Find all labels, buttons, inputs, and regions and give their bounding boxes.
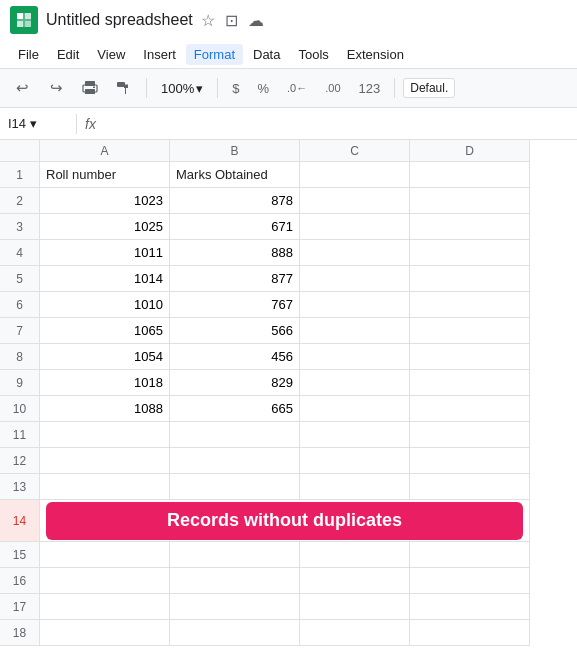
row-num-18[interactable]: 18 [0,620,40,646]
cell-c2[interactable] [300,188,410,214]
cell-d4[interactable] [410,240,530,266]
cell-a8[interactable]: 1054 [40,344,170,370]
cell-b3[interactable]: 671 [170,214,300,240]
cell-b16[interactable] [170,568,300,594]
default-format-button[interactable]: Defaul. [403,78,455,98]
cell-c18[interactable] [300,620,410,646]
redo-button[interactable]: ↪ [42,74,70,102]
cell-a16[interactable] [40,568,170,594]
row-num-17[interactable]: 17 [0,594,40,620]
cell-c7[interactable] [300,318,410,344]
cell-c8[interactable] [300,344,410,370]
row-num-8[interactable]: 8 [0,344,40,370]
cell-c5[interactable] [300,266,410,292]
row-num-6[interactable]: 6 [0,292,40,318]
cell-c17[interactable] [300,594,410,620]
cell-a11[interactable] [40,422,170,448]
row-num-2[interactable]: 2 [0,188,40,214]
cell-c1[interactable] [300,162,410,188]
cell-reference[interactable]: I14 ▾ [8,116,68,131]
cell-d17[interactable] [410,594,530,620]
cell-d9[interactable] [410,370,530,396]
cell-b5[interactable]: 877 [170,266,300,292]
cell-a4[interactable]: 1011 [40,240,170,266]
dec-decimals-button[interactable]: .0← [281,80,313,96]
cell-b10[interactable]: 665 [170,396,300,422]
cell-b4[interactable]: 888 [170,240,300,266]
cell-d7[interactable] [410,318,530,344]
cell-c12[interactable] [300,448,410,474]
cell-b15[interactable] [170,542,300,568]
currency-button[interactable]: $ [226,79,245,98]
cell-a18[interactable] [40,620,170,646]
row-num-10[interactable]: 10 [0,396,40,422]
cell-b11[interactable] [170,422,300,448]
inc-decimals-button[interactable]: .00 [319,80,346,96]
zoom-control[interactable]: 100% ▾ [155,79,209,98]
cell-b9[interactable]: 829 [170,370,300,396]
cell-a3[interactable]: 1025 [40,214,170,240]
menu-insert[interactable]: Insert [135,44,184,65]
cell-b13[interactable] [170,474,300,500]
cell-d1[interactable] [410,162,530,188]
cell-a17[interactable] [40,594,170,620]
cell-a2[interactable]: 1023 [40,188,170,214]
col-header-a[interactable]: A [40,140,170,162]
number-format-button[interactable]: 123 [353,79,387,98]
cell-a1[interactable]: Roll number [40,162,170,188]
cell-b6[interactable]: 767 [170,292,300,318]
cell-d11[interactable] [410,422,530,448]
cell-a15[interactable] [40,542,170,568]
star-icon[interactable]: ☆ [201,11,215,30]
cell-d13[interactable] [410,474,530,500]
cell-b17[interactable] [170,594,300,620]
cell-d16[interactable] [410,568,530,594]
row-num-12[interactable]: 12 [0,448,40,474]
cell-b1[interactable]: Marks Obtained [170,162,300,188]
cell-d15[interactable] [410,542,530,568]
menu-data[interactable]: Data [245,44,288,65]
row-num-16[interactable]: 16 [0,568,40,594]
cell-b2[interactable]: 878 [170,188,300,214]
cell-c10[interactable] [300,396,410,422]
row-num-3[interactable]: 3 [0,214,40,240]
menu-file[interactable]: File [10,44,47,65]
row-num-11[interactable]: 11 [0,422,40,448]
cell-d2[interactable] [410,188,530,214]
row-num-9[interactable]: 9 [0,370,40,396]
cell-a10[interactable]: 1088 [40,396,170,422]
menu-format[interactable]: Format [186,44,243,65]
cell-c4[interactable] [300,240,410,266]
undo-button[interactable]: ↩ [8,74,36,102]
cell-d3[interactable] [410,214,530,240]
menu-edit[interactable]: Edit [49,44,87,65]
cell-d10[interactable] [410,396,530,422]
col-header-d[interactable]: D [410,140,530,162]
cell-ref-dropdown[interactable]: ▾ [30,116,37,131]
cell-c9[interactable] [300,370,410,396]
percent-button[interactable]: % [251,79,275,98]
menu-extensions[interactable]: Extension [339,44,412,65]
cell-b18[interactable] [170,620,300,646]
cell-b12[interactable] [170,448,300,474]
cell-a6[interactable]: 1010 [40,292,170,318]
row-num-13[interactable]: 13 [0,474,40,500]
format-paint-button[interactable] [110,74,138,102]
cell-c3[interactable] [300,214,410,240]
cell-d8[interactable] [410,344,530,370]
cell-a9[interactable]: 1018 [40,370,170,396]
row-num-7[interactable]: 7 [0,318,40,344]
cell-b8[interactable]: 456 [170,344,300,370]
cell-c6[interactable] [300,292,410,318]
cell-c15[interactable] [300,542,410,568]
col-header-c[interactable]: C [300,140,410,162]
row-num-15[interactable]: 15 [0,542,40,568]
cell-a12[interactable] [40,448,170,474]
col-header-b[interactable]: B [170,140,300,162]
cell-d18[interactable] [410,620,530,646]
cell-banner-row14[interactable]: Records without duplicates [40,500,530,542]
row-num-5[interactable]: 5 [0,266,40,292]
cell-a7[interactable]: 1065 [40,318,170,344]
menu-tools[interactable]: Tools [290,44,336,65]
folder-icon[interactable]: ⊡ [225,11,238,30]
